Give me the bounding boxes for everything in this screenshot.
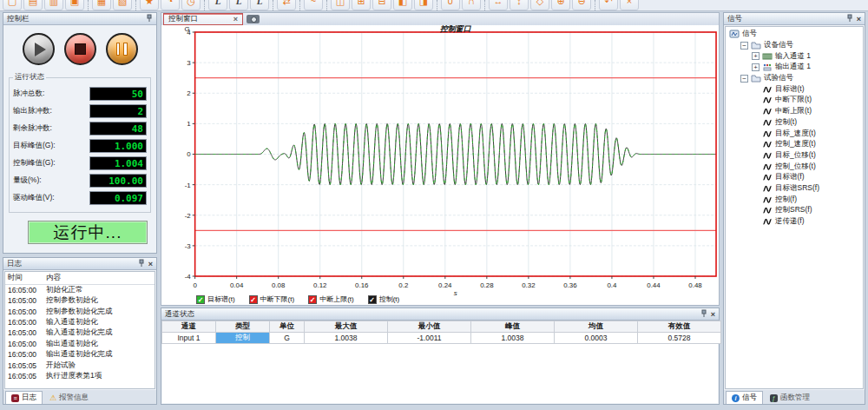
control-panel-titlebar: 控制栏 (3, 13, 156, 25)
tree-item[interactable]: +输出通道 1 (726, 62, 863, 73)
gauge-pie-button[interactable]: ◔ (161, 0, 180, 10)
log-row[interactable]: 16:05:00输入通道初始化完成 (5, 327, 155, 338)
tree-item[interactable]: 控制(f) (726, 194, 863, 205)
tree-item-label: 输入通道 1 (775, 51, 811, 62)
pause-button[interactable] (106, 33, 138, 65)
log-cell: 输入通道初始化完成 (43, 327, 155, 338)
log-row[interactable]: 16:05:00输出通道初始化完成 (5, 349, 155, 360)
tree-expander-minus[interactable]: − (740, 42, 748, 50)
svg-text:0.24: 0.24 (438, 281, 452, 289)
control-chart[interactable]: 43210-1-2-3-400.040.080.120.160.20.240.2… (161, 25, 720, 306)
log-row[interactable]: 16:05:00输出通道初始化 (5, 339, 155, 349)
tree-item[interactable]: 控制_速度(t) (726, 139, 863, 150)
limit-channel-button[interactable]: L (208, 0, 227, 10)
legend-item[interactable]: ✓目标谱(t) (196, 294, 235, 304)
tab-control-window-label: 控制窗口 (168, 14, 198, 24)
file-open-button[interactable]: ▤ (23, 0, 43, 10)
schedule-star-button[interactable]: ★ (140, 0, 159, 10)
window-layout-3-button[interactable]: ⊟ (372, 0, 391, 10)
close-icon[interactable]: × (148, 261, 153, 268)
log-row[interactable]: 16:05:00输入通道初始化 (5, 317, 155, 327)
tree-item[interactable]: −试验信号 (726, 73, 863, 84)
tree-item[interactable]: 中断下限(t) (726, 95, 863, 106)
play-button[interactable] (23, 33, 55, 65)
tree-item-label: 控制(t) (775, 117, 797, 128)
legend-checkbox[interactable]: ✓ (308, 295, 317, 304)
fit-page-button[interactable]: ◇ (530, 0, 549, 10)
timer-clock-button[interactable]: ◷ (181, 0, 201, 10)
log-tab-日志[interactable]: ≡日志 (5, 391, 43, 404)
fit-horizontal-button[interactable]: ↔ (489, 0, 508, 10)
close-icon[interactable]: × (233, 15, 238, 23)
toolbar-separator (204, 0, 205, 10)
legend-checkbox[interactable]: ✓ (249, 295, 258, 304)
chart-type-1-button[interactable]: ◧ (393, 0, 412, 10)
tree-item[interactable]: 中断上限(t) (726, 106, 863, 117)
log-row[interactable]: 16:05:05开始试验 (5, 360, 155, 370)
file-print-button[interactable]: ▥ (44, 0, 63, 10)
tree-item[interactable]: 信号 (726, 29, 863, 40)
legend-item[interactable]: ✓中断下限(t) (249, 294, 295, 304)
tree-item[interactable]: 目标_位移(t) (726, 150, 863, 162)
signal-tab-函数管理[interactable]: ƒ函数管理 (764, 391, 816, 404)
left-column: 控制栏 运行状态 脉冲总数:50输出脉冲数:2剩余脉冲数:48目标峰值(G):1… (3, 12, 157, 405)
signal-wave-button[interactable]: ~ (304, 0, 323, 10)
zoom-in-button[interactable]: ⊕ (551, 0, 570, 10)
tree-item[interactable]: 控制(t) (726, 117, 863, 129)
tree-spacer (752, 129, 760, 137)
signal-icon (762, 183, 773, 194)
pin-icon[interactable] (846, 14, 853, 24)
window-layout-2-button[interactable]: ⊞ (352, 0, 371, 10)
tree-item[interactable]: 控制SRS(f) (726, 205, 863, 216)
close-button[interactable]: × (620, 0, 639, 10)
transfer-function-button[interactable]: ⇄ (277, 0, 296, 10)
log-row[interactable]: 16:05:05执行进度表第1项 (5, 371, 155, 381)
cursor-sync-button[interactable]: ∩ (462, 0, 481, 10)
report-save-button[interactable]: ▧ (113, 0, 132, 10)
zoom-out-button[interactable]: ⊖ (572, 0, 591, 10)
tree-item[interactable]: 逆传递(f) (726, 216, 863, 228)
legend-item[interactable]: ✓控制(t) (368, 294, 400, 304)
tree-item[interactable]: 目标谱SRS(f) (726, 183, 863, 195)
tree-expander-plus[interactable]: + (752, 63, 760, 71)
pin-icon[interactable] (146, 14, 153, 24)
tree-item[interactable]: −设备信号 (726, 40, 863, 51)
channel-row[interactable]: Input 1控制G1.0038-1.00111.00380.00030.572… (162, 333, 721, 344)
log-row[interactable]: 16:05:00控制参数初始化 (5, 295, 155, 306)
legend-checkbox[interactable]: ✓ (368, 295, 377, 304)
file-new-button[interactable]: ▢ (3, 0, 22, 10)
tab-control-window[interactable]: 控制窗口 × (163, 13, 243, 25)
log-row[interactable]: 16:05:00初始化正常 (5, 285, 155, 296)
tree-item[interactable]: +输入通道 1 (726, 50, 863, 62)
legend-item[interactable]: ✓中断上限(t) (308, 294, 354, 304)
report-new-button[interactable]: ▦ (92, 0, 111, 10)
camera-icon[interactable] (247, 15, 260, 23)
pin-icon[interactable] (138, 259, 145, 269)
tree-item[interactable]: 控制_位移(t) (726, 161, 863, 172)
window-layout-1-button[interactable]: ◫ (331, 0, 350, 10)
tree-item[interactable]: 目标谱(t) (726, 83, 863, 95)
log-tab-报警信息[interactable]: ⚠报警信息 (43, 391, 95, 404)
log-header-row: 时间内容 (5, 272, 155, 285)
file-save-button[interactable]: ▣ (65, 0, 84, 10)
log-cell: 控制参数初始化 (43, 295, 155, 306)
status-field-label: 量级(%): (13, 175, 42, 186)
signal-tab-信号[interactable]: i信号 (726, 391, 763, 404)
limit-abort-button[interactable]: L (229, 0, 248, 10)
undo-button[interactable]: ↶ (599, 0, 618, 10)
fit-vertical-button[interactable]: ↕ (510, 0, 529, 10)
chart-type-2-button[interactable]: ◨ (414, 0, 433, 10)
close-icon[interactable]: × (857, 16, 861, 23)
tree-item[interactable]: 目标谱(f) (726, 172, 863, 183)
legend-checkbox[interactable]: ✓ (196, 295, 205, 304)
tree-expander-plus[interactable]: + (752, 52, 760, 60)
close-icon[interactable]: × (711, 311, 715, 318)
pin-icon[interactable] (700, 309, 707, 320)
tree-item[interactable]: 目标_速度(t) (726, 128, 863, 139)
cursor-link-button[interactable]: ∪ (441, 0, 460, 10)
limit-alarm-button[interactable]: L (250, 0, 269, 10)
stop-button[interactable] (64, 33, 96, 65)
log-row[interactable]: 16:05:00控制参数初始化完成 (5, 306, 155, 316)
chart-plot[interactable]: 43210-1-2-3-400.040.080.120.160.20.240.2… (161, 25, 719, 296)
tree-expander-minus[interactable]: − (740, 75, 748, 83)
